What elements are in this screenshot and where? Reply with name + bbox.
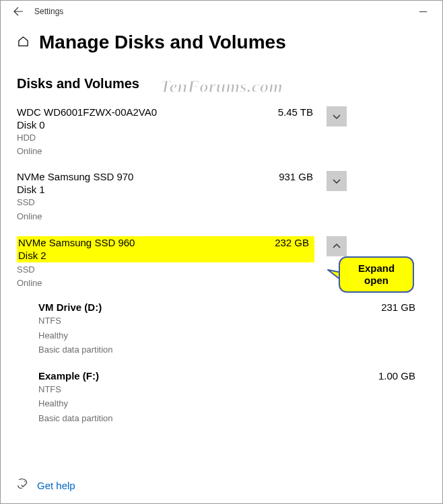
disk-label: Disk 1 xyxy=(17,184,426,195)
page-header: Manage Disks and Volumes xyxy=(17,32,426,53)
volume-item[interactable]: Example (F:) 1.00 GB NTFS Healthy Basic … xyxy=(38,370,426,425)
disk-label: Disk 2 xyxy=(17,250,314,261)
volume-health: Healthy xyxy=(38,397,426,410)
collapse-button[interactable] xyxy=(327,236,347,256)
minimize-icon xyxy=(419,8,427,15)
chevron-down-icon xyxy=(332,112,341,121)
help-icon[interactable] xyxy=(17,478,29,493)
disk-type: SSD xyxy=(17,196,426,209)
volume-partition-type: Basic data partition xyxy=(38,412,426,425)
callout-annotation: Expand open xyxy=(339,256,414,293)
minimize-button[interactable] xyxy=(407,1,438,22)
volume-item[interactable]: VM Drive (D:) 231 GB NTFS Healthy Basic … xyxy=(38,301,426,357)
page-title: Manage Disks and Volumes xyxy=(39,32,286,53)
volume-name: Example (F:) xyxy=(38,370,99,382)
home-button[interactable] xyxy=(17,35,30,50)
volume-list: VM Drive (D:) 231 GB NTFS Healthy Basic … xyxy=(38,301,426,425)
chevron-down-icon xyxy=(332,176,341,186)
disk-status: Online xyxy=(17,145,426,157)
expand-button[interactable] xyxy=(327,106,347,127)
content-area: Manage Disks and Volumes Disks and Volum… xyxy=(1,22,442,425)
disk-item: NVMe Samsung SSD 970 931 GB Disk 1 SSD O… xyxy=(17,171,426,222)
disk-item: WDC WD6001FZWX-00A2VA0 5.45 TB Disk 0 HD… xyxy=(17,106,426,157)
window-title: Settings xyxy=(34,7,63,16)
get-help-link[interactable]: Get help xyxy=(37,480,75,491)
disk-name: WDC WD6001FZWX-00A2VA0 xyxy=(17,106,157,118)
volume-name: VM Drive (D:) xyxy=(38,301,102,313)
chevron-up-icon xyxy=(332,242,341,251)
volume-health: Healthy xyxy=(38,329,426,343)
disk-status: Online xyxy=(17,211,426,223)
section-title: Disks and Volumes xyxy=(17,76,426,92)
disk-size: 931 GB xyxy=(279,171,313,182)
disk-label: Disk 0 xyxy=(17,119,426,131)
disk-type: HDD xyxy=(17,132,426,144)
disk-name: NVMe Samsung SSD 970 xyxy=(17,171,133,182)
titlebar: Settings xyxy=(1,1,442,22)
footer: Get help xyxy=(17,478,75,493)
volume-size: 1.00 GB xyxy=(378,370,415,382)
volume-fs: NTFS xyxy=(38,383,426,396)
disk-size: 5.45 TB xyxy=(278,106,313,118)
expand-button[interactable] xyxy=(327,171,347,191)
svg-point-0 xyxy=(24,481,25,482)
volume-size: 231 GB xyxy=(381,301,415,313)
disk-name: NVMe Samsung SSD 960 xyxy=(18,237,135,248)
disk-size: 232 GB xyxy=(275,237,309,248)
arrow-left-icon xyxy=(13,6,24,17)
volume-fs: NTFS xyxy=(38,314,426,328)
callout-text: Expand open xyxy=(358,262,395,287)
back-button[interactable] xyxy=(5,1,32,22)
volume-partition-type: Basic data partition xyxy=(38,343,426,357)
home-icon xyxy=(17,35,30,48)
